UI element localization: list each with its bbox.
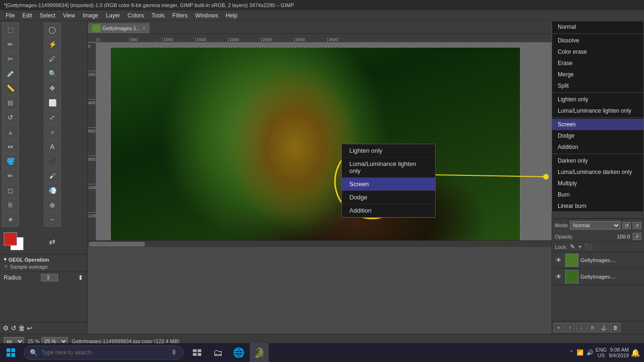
clock[interactable]: 9:08 AM 9/4/2019 — [609, 347, 629, 358]
tool-pencil[interactable]: ✏ — [2, 169, 19, 183]
foreground-color[interactable] — [4, 232, 17, 246]
menu-filters[interactable]: Filters — [168, 11, 191, 20]
lock-pixels-icon[interactable]: ✎ — [570, 243, 575, 250]
tool-preset-icon[interactable]: ⚙ — [3, 324, 9, 332]
blend-normal[interactable]: Normal — [552, 21, 644, 33]
tool-scale[interactable]: ⤢ — [44, 110, 61, 124]
blend-luma-lighten[interactable]: Luma/Luminance lighten only — [552, 105, 644, 116]
network-icon[interactable]: 📶 — [577, 349, 584, 356]
tool-color-picker[interactable]: 💉 — [2, 66, 19, 81]
delete-layer-button[interactable]: 🗑 — [610, 323, 620, 332]
tool-delete-icon[interactable]: 🗑 — [18, 324, 25, 332]
hscroll-thumb[interactable] — [89, 242, 145, 247]
menu-edit[interactable]: Edit — [18, 11, 36, 20]
tool-perspective[interactable]: ⟐ — [44, 125, 61, 139]
blend-darken-only[interactable]: Darken only — [552, 155, 644, 166]
swap-colors[interactable]: ⇄ — [49, 237, 55, 246]
tool-bucket[interactable]: 🪣 — [2, 154, 19, 168]
tool-rect-select[interactable]: ⬚ — [2, 23, 19, 37]
mode-chain-button[interactable]: ⇗ — [633, 222, 641, 229]
explorer-icon[interactable]: 🗂 — [208, 343, 227, 362]
menu-select[interactable]: Select — [36, 11, 59, 20]
tool-measure[interactable]: 📏 — [2, 81, 19, 95]
tab-close-icon[interactable]: × — [142, 25, 145, 31]
gimp-taskbar-icon[interactable]: 🐊 — [250, 343, 269, 362]
mode-select[interactable]: Normal — [570, 221, 620, 230]
blend-luma-darken[interactable]: Luma/Luminance darken only — [552, 166, 644, 178]
chevron-up-icon[interactable]: ⌃ — [569, 349, 574, 356]
volume-icon[interactable]: 🔊 — [586, 349, 594, 356]
duplicate-layer-button[interactable]: ⎘ — [587, 323, 598, 332]
radius-input[interactable] — [41, 274, 58, 281]
search-bar[interactable]: 🔍 🎙 — [24, 346, 184, 360]
lock-position-icon[interactable]: ⬛ — [585, 243, 592, 250]
start-button[interactable] — [0, 343, 22, 362]
tool-eraser[interactable]: ◻ — [2, 183, 19, 197]
blend-burn[interactable]: Burn — [552, 189, 644, 200]
menu-tools[interactable]: Tools — [148, 11, 168, 20]
tool-ellipse-select[interactable]: ◯ — [44, 23, 61, 37]
menu-layer[interactable]: Layer — [102, 11, 124, 20]
menu-colors[interactable]: Colors — [124, 11, 148, 20]
notifications-icon[interactable]: 🔔 — [631, 348, 640, 357]
blend-erase[interactable]: Erase — [552, 58, 644, 69]
raise-layer-button[interactable]: ↑ — [565, 323, 575, 332]
layer-eye-1[interactable]: 👁 — [554, 272, 563, 281]
blend-merge[interactable]: Merge — [552, 69, 644, 80]
opacity-chain-button[interactable]: ⇗ — [633, 233, 641, 240]
browser-icon[interactable]: 🌐 — [229, 343, 248, 362]
anchor-layer-button[interactable]: ⚓ — [599, 323, 609, 332]
radius-spinner[interactable]: ⬍ — [78, 274, 83, 281]
canvas-dd-luma-lighten[interactable]: Luma/Luminance lighten only — [342, 157, 435, 178]
canvas-dd-addition[interactable]: Addition — [342, 204, 435, 217]
tool-shear[interactable]: ⟁ — [2, 125, 19, 139]
tool-airbrush[interactable]: 💨 — [44, 183, 61, 197]
blend-dodge[interactable]: Dodge — [552, 130, 644, 141]
tool-zoom[interactable]: 🔍 — [44, 66, 61, 81]
blend-lighten-only[interactable]: Lighten only — [552, 94, 644, 105]
canvas-dd-lighten-only[interactable]: Lighten only — [342, 144, 435, 157]
lower-layer-button[interactable]: ↓ — [576, 323, 586, 332]
menu-view[interactable]: View — [59, 11, 79, 20]
blend-dissolve[interactable]: Dissolve — [552, 35, 644, 46]
tool-dodge-burn[interactable]: ☀ — [2, 213, 19, 227]
tool-free-select[interactable]: ✏ — [2, 37, 19, 51]
hscroll[interactable] — [88, 240, 552, 247]
tool-heal[interactable]: ⊕ — [44, 198, 61, 212]
task-view-icon[interactable] — [188, 343, 206, 362]
tool-crop[interactable]: ⬜ — [44, 96, 61, 110]
tool-move[interactable]: ✥ — [44, 81, 61, 95]
tool-paths[interactable]: 🖊 — [44, 52, 61, 66]
layer-item-1[interactable]: 👁 GettyImages-... — [552, 269, 644, 285]
blend-multiply[interactable]: Multiply — [552, 178, 644, 189]
blend-color-erase[interactable]: Color erase — [552, 46, 644, 58]
blend-linear-burn[interactable]: Linear burn — [552, 200, 644, 212]
canvas-dd-dodge[interactable]: Dodge — [342, 191, 435, 204]
mode-reset-button[interactable]: ↺ — [622, 222, 631, 229]
blend-screen[interactable]: Screen — [552, 119, 644, 130]
tool-text[interactable]: A — [44, 140, 61, 154]
menu-image[interactable]: Image — [79, 11, 102, 20]
new-layer-button[interactable]: + — [553, 323, 564, 332]
menu-help[interactable]: Help — [222, 11, 241, 20]
tool-fuzzy-select[interactable]: ⚡ — [44, 37, 61, 51]
lock-alpha-icon[interactable]: + — [578, 243, 582, 250]
canvas-content[interactable]: Lighten only Luma/Luminance lighten only… — [96, 42, 552, 240]
gegl-collapse-icon[interactable]: ▾ — [4, 256, 7, 263]
layer-item-0[interactable]: 👁 GettyImages-... — [552, 252, 644, 269]
blend-split[interactable]: Split — [552, 80, 644, 91]
menu-file[interactable]: File — [2, 11, 18, 20]
layer-eye-0[interactable]: 👁 — [554, 255, 563, 265]
tool-blend[interactable]: ⬛ — [44, 154, 61, 168]
blend-addition[interactable]: Addition — [552, 141, 644, 153]
microphone-icon[interactable]: 🎙 — [171, 349, 178, 356]
tool-flip[interactable]: ⇔ — [2, 140, 19, 154]
canvas-dd-screen[interactable]: Screen — [342, 178, 435, 191]
tool-rotate[interactable]: ↺ — [2, 110, 19, 124]
menu-windows[interactable]: Windows — [191, 11, 222, 20]
tool-clone[interactable]: ⎘ — [2, 198, 19, 212]
tool-scissors[interactable]: ✂ — [2, 52, 19, 66]
search-input[interactable] — [41, 349, 167, 356]
tool-reset-icon[interactable]: ↺ — [11, 324, 17, 332]
tool-paintbrush[interactable]: 🖌 — [44, 169, 61, 183]
